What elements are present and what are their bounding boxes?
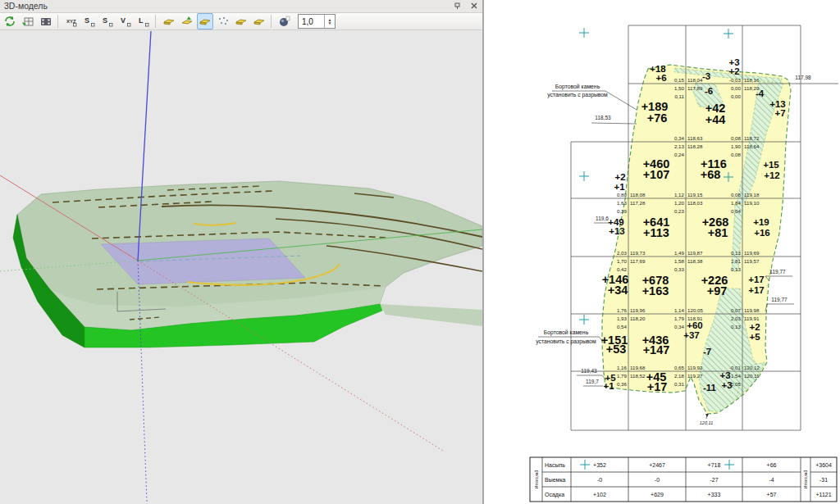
work-depth-value: 2,03 bbox=[731, 316, 742, 321]
add-to-scene-icon[interactable] bbox=[20, 13, 36, 30]
volume-label: +76 bbox=[647, 111, 668, 125]
survey-cross-icon bbox=[579, 171, 589, 181]
slab-view-5-icon[interactable] bbox=[251, 13, 267, 30]
volume-label: +97 bbox=[707, 284, 728, 297]
elevation-value: 119,10 bbox=[744, 200, 760, 206]
elevation-leader-label: 117,98 bbox=[795, 75, 811, 80]
xyz-axes-icon[interactable]: XYZ bbox=[63, 13, 80, 30]
volume-label: +16 bbox=[754, 228, 770, 238]
table-side-label-right: Итого,м3 bbox=[803, 470, 808, 489]
surface-point-icon[interactable]: S bbox=[81, 13, 98, 30]
table-total-value: -31 bbox=[819, 477, 828, 483]
elevation-value: 119,57 bbox=[744, 258, 760, 264]
work-depth-value: 1,63 bbox=[617, 200, 628, 206]
3d-viewport[interactable] bbox=[0, 30, 482, 504]
line-mode-icon[interactable]: L bbox=[135, 13, 152, 30]
elevation-value: 119,87 bbox=[687, 250, 703, 256]
curb-note-line2: установить с разрывом bbox=[547, 92, 608, 98]
work-depth-value: 0,33 bbox=[674, 266, 685, 272]
pin-panel-icon[interactable] bbox=[453, 1, 463, 11]
note-leader-line bbox=[605, 91, 637, 110]
survey-cross-icon bbox=[724, 460, 734, 470]
elevation-leader-label: 119,7 bbox=[586, 379, 599, 384]
video-record-icon[interactable] bbox=[38, 13, 54, 30]
slab-view-4-icon[interactable] bbox=[233, 13, 249, 30]
work-depth-value: 0,34 bbox=[674, 135, 685, 141]
elevation-value: 118,08 bbox=[630, 192, 646, 198]
volume-label: +17 bbox=[748, 275, 765, 284]
work-depth-value: 1,58 bbox=[674, 258, 685, 264]
volume-label: +2 bbox=[749, 322, 760, 332]
elevation-value: 117,69 bbox=[630, 258, 646, 264]
slab-view-1-icon[interactable] bbox=[161, 13, 177, 30]
spinner-arrows-icon[interactable]: ▲▼ bbox=[324, 15, 335, 28]
vector-icon[interactable]: V bbox=[117, 13, 134, 30]
table-cell-value: +2467 bbox=[649, 462, 665, 468]
table-side-label-left: Итого,м3 bbox=[534, 470, 539, 489]
low-point-elevation: 120,11 bbox=[700, 420, 713, 425]
scale-spinner[interactable]: 1,0 ▲▼ bbox=[298, 14, 336, 29]
volume-label: +6 bbox=[655, 73, 666, 83]
work-depth-value: 1,54 bbox=[731, 373, 742, 379]
terrain-3d-render bbox=[0, 30, 482, 504]
work-depth-value: 0,00 bbox=[731, 93, 742, 99]
curb-note-line2: установить с разрывом bbox=[536, 338, 596, 345]
elevation-value: 119,18 bbox=[744, 192, 760, 198]
work-depth-value: 0,05 bbox=[731, 381, 742, 387]
cartogram-panel[interactable]: +18+6+3+2-3-6-4+13+7+189+76+42+44+2+1+46… bbox=[484, 0, 840, 504]
surface-square-icon[interactable]: S bbox=[99, 13, 116, 30]
elevation-leader-label: 119,77 bbox=[771, 297, 788, 302]
elevation-value: 118,52 bbox=[630, 373, 646, 379]
volume-label: +68 bbox=[701, 168, 721, 181]
slab-view-3-icon[interactable] bbox=[197, 13, 213, 30]
elevation-value: 119,15 bbox=[687, 192, 703, 198]
wireframe-points-icon[interactable] bbox=[215, 13, 231, 30]
work-depth-value: 1,79 bbox=[617, 373, 628, 379]
work-depth-value: 1,90 bbox=[731, 143, 742, 149]
survey-cross-icon bbox=[579, 28, 589, 38]
table-cell-value: +352 bbox=[593, 462, 606, 468]
work-depth-value: 1,84 bbox=[731, 200, 742, 206]
svg-text:S: S bbox=[103, 16, 107, 25]
volume-label: +17 bbox=[647, 380, 668, 393]
elevation-value: 118,16 bbox=[744, 77, 760, 83]
elevation-value: 120,12 bbox=[744, 365, 760, 370]
elevation-value: 118,20 bbox=[630, 316, 646, 321]
elevation-value: 119,91 bbox=[744, 316, 760, 321]
table-row-label: Выемка bbox=[545, 477, 566, 483]
toolbar-separator bbox=[271, 15, 272, 28]
work-depth-value: 1,50 bbox=[674, 85, 685, 91]
elevation-value: 119,69 bbox=[744, 250, 760, 256]
work-depth-value: 0,08 bbox=[731, 152, 742, 157]
elevation-value: 118,91 bbox=[687, 316, 703, 321]
low-point-marker bbox=[705, 414, 709, 419]
work-depth-value: 1,12 bbox=[674, 192, 685, 198]
elevation-value: 117,28 bbox=[630, 200, 646, 206]
elevation-value: 119,92 bbox=[687, 365, 703, 370]
work-depth-value: 0,13 bbox=[731, 324, 742, 329]
volume-label: +1 bbox=[614, 182, 625, 192]
volume-label: +13 bbox=[609, 226, 625, 236]
work-depth-value: -0,03 bbox=[729, 77, 742, 83]
work-depth-value: 0,24 bbox=[674, 152, 685, 157]
volume-label: +15 bbox=[763, 160, 779, 170]
toolbar-separator bbox=[155, 15, 156, 28]
elevation-value: 118,03 bbox=[687, 200, 703, 206]
volume-label: +17 bbox=[748, 285, 765, 295]
elevation-value: 120,05 bbox=[687, 307, 703, 313]
work-depth-value: 0,04 bbox=[731, 208, 742, 214]
work-depth-value: 0,36 bbox=[617, 381, 628, 387]
render-sphere-icon[interactable] bbox=[276, 13, 293, 30]
table-cell-value: -0 bbox=[597, 477, 602, 483]
work-depth-value: 0,23 bbox=[674, 208, 685, 214]
refresh-model-icon[interactable] bbox=[2, 13, 18, 30]
work-depth-value: 2,03 bbox=[617, 250, 628, 256]
elevation-value: 117,89 bbox=[687, 85, 703, 91]
close-panel-icon[interactable] bbox=[468, 1, 479, 11]
slab-view-2-icon[interactable] bbox=[179, 13, 195, 30]
volume-label: +7 bbox=[774, 108, 785, 118]
volume-label: +107 bbox=[643, 168, 670, 181]
survey-cross-icon bbox=[580, 460, 590, 470]
table-cell-value: +66 bbox=[767, 462, 777, 468]
elevation-leader-label: 119,43 bbox=[581, 368, 597, 374]
